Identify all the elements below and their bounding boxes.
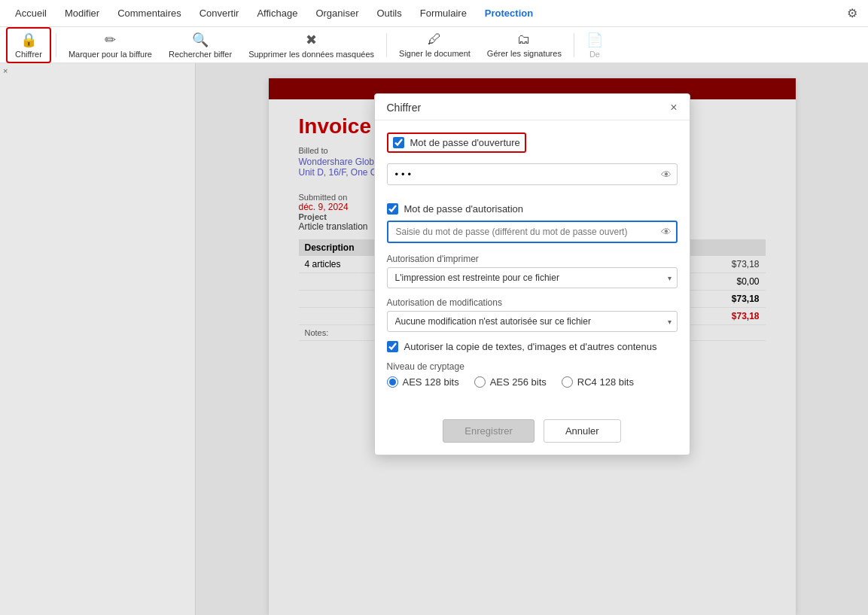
signer-label: Signer le document bbox=[399, 49, 471, 58]
auth-password-eye-icon[interactable]: 👁 bbox=[661, 226, 672, 238]
lock-icon: 🔒 bbox=[20, 32, 37, 48]
rc4128-label: RC4 128 bits bbox=[577, 376, 634, 388]
de-button: 📄 De bbox=[579, 29, 611, 62]
menubar-item-outils[interactable]: Outils bbox=[370, 5, 410, 22]
open-password-eye-icon[interactable]: 👁 bbox=[661, 169, 672, 181]
open-password-input[interactable] bbox=[387, 163, 678, 185]
aes256-radio[interactable] bbox=[474, 376, 486, 388]
delete-hidden-icon: ✖ bbox=[306, 32, 317, 48]
toolbar-divider-1 bbox=[56, 33, 56, 57]
dialog-footer: Enregistrer Annuler bbox=[375, 412, 690, 455]
chiffrer-button[interactable]: 🔒 Chiffrer bbox=[6, 27, 51, 63]
print-permission-dropdown-wrap: L'impression est restreinte pour ce fich… bbox=[387, 267, 678, 288]
rechercher-biffer-label: Rechercher biffer bbox=[169, 50, 232, 59]
supprimer-masquees-label: Supprimer les données masquées bbox=[248, 50, 374, 59]
menubar-item-commentaires[interactable]: Commentaires bbox=[110, 5, 189, 22]
modify-permission-select[interactable]: Aucune modification n'est autorisée sur … bbox=[387, 311, 678, 332]
modify-permission-label: Autorisation de modifications bbox=[387, 297, 678, 308]
menubar-item-organiser[interactable]: Organiser bbox=[308, 5, 366, 22]
search-redact-icon: 🔍 bbox=[192, 32, 209, 48]
toolbar-divider-2 bbox=[386, 33, 387, 57]
supprimer-masquees-button[interactable]: ✖ Supprimer les données masquées bbox=[241, 29, 382, 62]
dialog-titlebar: Chiffrer × bbox=[375, 94, 690, 120]
auth-password-field-wrap: 👁 bbox=[387, 221, 678, 243]
close-sidebar-btn[interactable]: × bbox=[3, 66, 8, 75]
encryption-radio-group: AES 128 bits AES 256 bits RC4 128 bits bbox=[387, 376, 678, 388]
marquer-biffure-label: Marquer pour la biffure bbox=[69, 50, 152, 59]
encryption-level-label: Niveau de cryptage bbox=[387, 361, 678, 372]
signer-button[interactable]: 🖊 Signer le document bbox=[391, 29, 478, 61]
menubar-item-accueil[interactable]: Accueil bbox=[8, 5, 54, 22]
aes256-radio-item: AES 256 bits bbox=[474, 376, 547, 388]
menubar: Accueil Modifier Commentaires Convertir … bbox=[0, 0, 868, 27]
auth-password-input[interactable] bbox=[387, 221, 678, 243]
sidebar: × bbox=[0, 63, 196, 615]
auth-password-checkbox[interactable] bbox=[387, 203, 398, 215]
aes128-label: AES 128 bits bbox=[403, 376, 459, 388]
encrypt-dialog: Chiffrer × Mot de passe d'ouverture 👁 bbox=[374, 93, 690, 455]
sign-icon: 🖊 bbox=[428, 32, 441, 47]
copy-checkbox-row: Autoriser la copie de textes, d'images e… bbox=[387, 341, 678, 352]
menubar-item-formulaire[interactable]: Formulaire bbox=[413, 5, 474, 22]
menubar-item-affichage[interactable]: Affichage bbox=[249, 5, 305, 22]
aes128-radio[interactable] bbox=[387, 376, 398, 388]
modify-permission-dropdown-wrap: Aucune modification n'est autorisée sur … bbox=[387, 311, 678, 332]
menubar-item-convertir[interactable]: Convertir bbox=[192, 5, 247, 22]
rechercher-biffer-button[interactable]: 🔍 Rechercher biffer bbox=[161, 29, 239, 62]
print-permission-label: Autorisation d'imprimer bbox=[387, 254, 678, 264]
open-password-checkbox[interactable] bbox=[393, 137, 404, 148]
rc4128-radio-item: RC4 128 bits bbox=[562, 376, 634, 388]
dialog-body: Mot de passe d'ouverture 👁 Mot de passe … bbox=[375, 120, 690, 412]
auth-password-label: Mot de passe d'autorisation bbox=[404, 203, 524, 215]
cancel-button[interactable]: Annuler bbox=[544, 419, 621, 443]
menubar-item-protection[interactable]: Protection bbox=[477, 5, 541, 22]
copy-checkbox[interactable] bbox=[387, 341, 398, 352]
settings-icon[interactable]: ⚙ bbox=[844, 3, 860, 23]
menubar-item-modifier[interactable]: Modifier bbox=[57, 5, 107, 22]
aes128-radio-item: AES 128 bits bbox=[387, 376, 459, 388]
auth-password-checkbox-row: Mot de passe d'autorisation bbox=[387, 203, 678, 215]
aes256-label: AES 256 bits bbox=[490, 376, 547, 388]
redact-mark-icon: ✏ bbox=[105, 32, 116, 48]
print-permission-select[interactable]: L'impression est restreinte pour ce fich… bbox=[387, 267, 678, 288]
de-label: De bbox=[589, 50, 600, 59]
doc-area: Invoice Billed to Wondershare Global L..… bbox=[196, 63, 868, 615]
gerer-signatures-label: Gérer les signatures bbox=[487, 49, 562, 58]
toolbar: 🔒 Chiffrer ✏ Marquer pour la biffure 🔍 R… bbox=[0, 27, 868, 63]
toolbar-divider-3 bbox=[574, 33, 574, 57]
open-password-label: Mot de passe d'ouverture bbox=[410, 137, 520, 148]
save-button: Enregistrer bbox=[443, 419, 535, 443]
section-divider-1 bbox=[387, 196, 678, 203]
main-area: × Invoice Billed to Wondershare Global L… bbox=[0, 63, 868, 615]
chiffrer-label: Chiffrer bbox=[15, 50, 42, 59]
dialog-title: Chiffrer bbox=[387, 102, 422, 114]
manage-signatures-icon: 🗂 bbox=[517, 32, 531, 47]
dialog-close-button[interactable]: × bbox=[670, 102, 677, 114]
dialog-overlay: Chiffrer × Mot de passe d'ouverture 👁 bbox=[196, 63, 868, 615]
open-password-field-wrap: 👁 bbox=[387, 163, 678, 185]
gerer-signatures-button[interactable]: 🗂 Gérer les signatures bbox=[480, 29, 569, 61]
copy-label: Autoriser la copie de textes, d'images e… bbox=[404, 341, 657, 352]
marquer-biffure-button[interactable]: ✏ Marquer pour la biffure bbox=[61, 29, 160, 62]
open-password-checkbox-row: Mot de passe d'ouverture bbox=[387, 132, 526, 153]
rc4128-radio[interactable] bbox=[562, 376, 573, 388]
de-icon: 📄 bbox=[586, 32, 603, 48]
